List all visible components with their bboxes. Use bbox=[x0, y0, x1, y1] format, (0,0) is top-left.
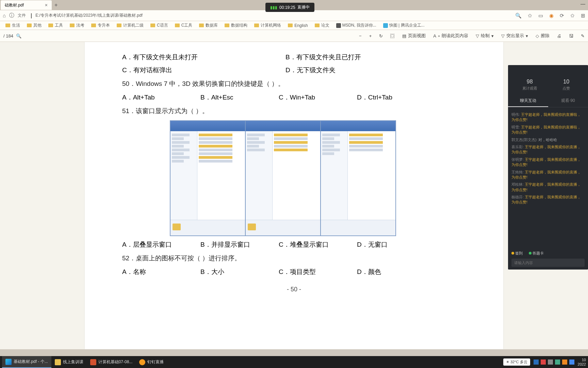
viewers-tab[interactable]: 观看·90 bbox=[548, 95, 588, 107]
search-icon[interactable]: 🔍 bbox=[515, 13, 522, 19]
zoom-out-button[interactable]: − bbox=[359, 33, 362, 39]
folder-icon bbox=[27, 24, 32, 27]
recording-badge: ▮▮▮ 00:19:25 直播中 bbox=[265, 3, 314, 12]
weather-widget[interactable]: ☀ 32°C 多云 bbox=[503, 358, 530, 366]
bookmark-label: C工具 bbox=[181, 22, 193, 28]
taskbar-item[interactable]: 基础教材.pdf - 个... bbox=[2, 356, 51, 368]
fit-button[interactable]: ⿴ bbox=[390, 33, 395, 39]
pdf-viewport[interactable]: A．有下级文件夹且未打开 B．有下级文件夹且已打开 C．有对话框弹出 D．无下级… bbox=[0, 42, 588, 349]
bookmark-item[interactable]: 计算机网络 bbox=[251, 22, 284, 29]
bookmark-item[interactable]: English bbox=[285, 22, 310, 29]
refresh-icon[interactable]: ⟳ bbox=[560, 13, 564, 19]
option-b: B．有下级文件夹且已打开 bbox=[285, 53, 449, 62]
folder-icon bbox=[48, 24, 53, 27]
chat-message: 王炜炜: 王宇超老师，我来围观你的直播，为你点赞! bbox=[511, 170, 585, 180]
home-icon[interactable]: ⌂ bbox=[3, 13, 6, 18]
chat-area[interactable]: 明伟: 王宇超老师，我来围观你的直播啦，为你点赞!明雪: 王宇超老师，我来围观你… bbox=[508, 107, 588, 210]
bookmark-item[interactable]: 数据结构 bbox=[222, 22, 250, 29]
stat-number: 10 bbox=[548, 79, 585, 85]
bookmark-item[interactable]: 专升本 bbox=[88, 22, 113, 29]
bookmark-item[interactable]: 工具 bbox=[46, 22, 66, 29]
draw-button[interactable]: ▽ 绘制 ▾ bbox=[476, 33, 494, 39]
bookmarks-bar: 生活其他工具法考专升本计算机二级C语言C工具数据库数据结构计算机网络Englis… bbox=[0, 21, 588, 30]
live-panel: 98累计观看10点赞 聊天互动 观看·90 明伟: 王宇超老师，我来围观你的直播… bbox=[508, 65, 588, 270]
bookmark-label: 生活 bbox=[12, 22, 20, 28]
new-tab-button[interactable]: + bbox=[54, 2, 58, 8]
tray-icons[interactable] bbox=[534, 359, 574, 365]
taskbar: 基础教材.pdf - 个...线上集训课计算机基础07-08...钉钉直播 ☀ … bbox=[0, 356, 588, 368]
zoom-in-button[interactable]: + bbox=[369, 33, 372, 39]
taskbar-item[interactable]: 计算机基础07-08... bbox=[87, 356, 136, 368]
bookmark-label: 计算机网络 bbox=[261, 22, 281, 28]
addr-sep: | bbox=[31, 13, 32, 19]
erase-button[interactable]: ◇ 擦除 bbox=[536, 33, 550, 39]
folder-icon bbox=[288, 24, 293, 27]
bookmark-item[interactable]: C工具 bbox=[172, 22, 195, 29]
q50-b: B．Alt+Esc bbox=[200, 93, 279, 102]
bookmark-label: 计算机二级 bbox=[123, 22, 144, 28]
chat-message: 杨德芬: 王宇超老师，我来围观你的直播，为你点赞! bbox=[511, 195, 585, 205]
bookmark-item[interactable]: 快图 | 腾讯企业工... bbox=[380, 22, 427, 29]
bookmark-item[interactable]: 计算机二级 bbox=[114, 22, 146, 29]
ext-icon[interactable]: ▭ bbox=[538, 13, 543, 19]
q50-a: A．Alt+Tab bbox=[122, 93, 200, 102]
highlight-button[interactable]: ▽ 突出显示 ▾ bbox=[501, 33, 528, 39]
q51-d: D．无窗口 bbox=[357, 240, 435, 249]
q51-c: C．堆叠显示窗口 bbox=[279, 240, 357, 249]
app-icon bbox=[5, 359, 12, 365]
info-icon[interactable]: ⓘ bbox=[9, 12, 14, 19]
chat-tab[interactable]: 聊天互动 bbox=[508, 95, 548, 107]
bookmark-item[interactable]: MSDN, 我告诉你... bbox=[333, 22, 379, 29]
bookmark-label: C语言 bbox=[157, 22, 168, 28]
tab-close-icon[interactable]: × bbox=[45, 2, 48, 8]
question-50: 50．Windows 7 中，3D 效果切换窗口的快捷键是（ ）。 bbox=[122, 79, 466, 88]
minimize-icon[interactable]: — bbox=[581, 1, 585, 6]
tab-title: 础教材.pdf bbox=[5, 2, 24, 8]
more-icon[interactable]: ✎ bbox=[581, 33, 585, 39]
folder-icon bbox=[254, 24, 259, 27]
folder-icon bbox=[315, 24, 320, 27]
collections-icon[interactable]: ✩ bbox=[570, 13, 575, 19]
url-path[interactable]: E:/专升本考试/计算机基础/2023年/线上集训课/基础教材.pdf bbox=[35, 13, 512, 18]
addr-label: 文件 bbox=[18, 13, 26, 18]
menu-icon[interactable]: ⊞ bbox=[581, 13, 585, 19]
taskbar-item[interactable]: 线上集训课 bbox=[51, 356, 87, 368]
card-button[interactable]: 答题卡 bbox=[529, 251, 544, 256]
bookmark-item[interactable]: 数据库 bbox=[196, 22, 220, 29]
crop-divider bbox=[0, 349, 588, 356]
site-icon bbox=[383, 23, 388, 28]
page-view-button[interactable]: ▤ 页面视图 bbox=[402, 33, 426, 39]
bookmark-item[interactable]: 生活 bbox=[3, 22, 23, 29]
clock[interactable]: 10 2022 bbox=[578, 358, 586, 366]
option-a: A．有下级文件夹且未打开 bbox=[122, 53, 285, 62]
folder-icon bbox=[70, 24, 75, 27]
pdf-search-icon[interactable]: 🔍 bbox=[16, 33, 21, 39]
print-icon[interactable]: 🖨 bbox=[557, 33, 561, 39]
bookmark-item[interactable]: 法考 bbox=[67, 22, 87, 29]
stat-label: 点赞 bbox=[548, 86, 585, 91]
sign-button[interactable]: 签到 bbox=[511, 251, 523, 256]
bookmark-label: 数据库 bbox=[206, 22, 218, 28]
browser-tab[interactable]: 础教材.pdf × bbox=[1, 0, 52, 10]
chat-message: 明雪: 王宇超老师，我来围观你的直播啦，为你点赞! bbox=[511, 125, 585, 135]
taskbar-label: 基础教材.pdf - 个... bbox=[14, 359, 48, 365]
taskbar-item[interactable]: 钉钉直播 bbox=[136, 356, 167, 368]
save-icon[interactable]: 🖫 bbox=[569, 33, 573, 39]
option-c: C．有对话框弹出 bbox=[122, 66, 285, 75]
bookmark-item[interactable]: 论文 bbox=[312, 22, 332, 29]
read-aloud-button[interactable]: A» 朗读此页内容 bbox=[433, 33, 468, 39]
chat-input[interactable]: 请输入内容 bbox=[511, 259, 585, 267]
bookmark-item[interactable]: 其他 bbox=[24, 22, 44, 29]
chat-message: 张明梦: 王宇超老师，我来围观你的直播，为你点赞! bbox=[511, 157, 585, 168]
folder-icon bbox=[199, 24, 204, 27]
chat-message: 郭文杰(郭文杰): 对，哈哈哈 bbox=[511, 137, 585, 142]
app-icon bbox=[55, 359, 61, 365]
firefox-icon[interactable]: ◉ bbox=[549, 13, 554, 19]
rotate-button[interactable]: ↻ bbox=[379, 33, 383, 39]
signal-icon: ▮▮▮ bbox=[270, 5, 277, 10]
bookmark-item[interactable]: C语言 bbox=[148, 22, 171, 29]
q50-d: D．Ctrl+Tab bbox=[357, 93, 435, 102]
folder-icon bbox=[91, 24, 96, 27]
favorite-icon[interactable]: ✩ bbox=[528, 13, 532, 19]
taskbar-label: 计算机基础07-08... bbox=[98, 359, 133, 365]
